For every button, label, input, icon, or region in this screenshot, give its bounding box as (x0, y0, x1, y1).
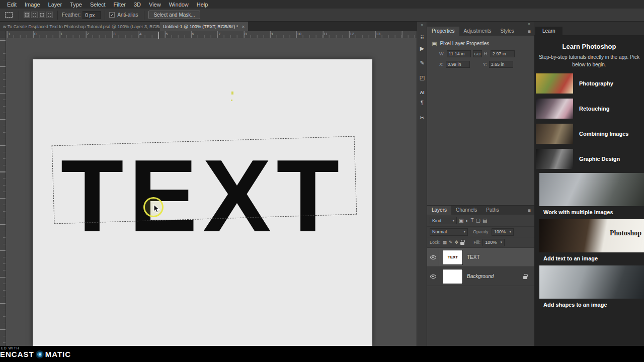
layer-name[interactable]: TEXT (467, 254, 480, 260)
filter-pixel-icon[interactable]: ▣ (459, 218, 463, 223)
category-label: Graphic Design (579, 156, 620, 162)
learn-category-combining[interactable]: Combining Images (534, 124, 644, 144)
anti-alias-checkbox[interactable]: ✓ (109, 12, 115, 18)
eyedropper-tool-icon[interactable]: ✎ (417, 58, 427, 68)
layer-thumbnail[interactable]: TEXT (443, 250, 463, 265)
layer-name[interactable]: Background (467, 274, 494, 279)
tab-styles[interactable]: Styles (496, 27, 519, 36)
right-dock: » Properties Adjustments Styles ≡ ▣ Pixe… (427, 22, 534, 346)
tab-layers[interactable]: Layers (427, 206, 451, 215)
artboard-tool-icon[interactable]: ⠿ (417, 33, 427, 43)
chevron-down-icon: ▾ (452, 219, 454, 223)
learn-category-retouching[interactable]: Retouching (534, 99, 644, 119)
play-tool-icon[interactable]: ▶ (417, 43, 427, 53)
learn-category-photography[interactable]: Photography (534, 73, 644, 94)
visibility-cell[interactable] (427, 248, 439, 266)
collapse-dock-icon[interactable]: » (427, 22, 534, 27)
intersect-selection-icon[interactable] (46, 12, 53, 18)
tutorial-add-text[interactable]: Photoshop Add text to an image (534, 219, 644, 261)
category-label: Combining Images (579, 131, 628, 137)
feather-input[interactable]: 0 px (83, 11, 101, 19)
properties-tab-row: Properties Adjustments Styles ≡ (427, 27, 534, 36)
eye-icon (430, 275, 436, 279)
menu-filter[interactable]: Filter (110, 2, 130, 8)
layer-thumbnail[interactable] (443, 269, 463, 284)
selection-marquee (52, 136, 357, 224)
tab-learn[interactable]: Learn (535, 27, 562, 35)
crop-tool-icon[interactable]: ◰ (417, 72, 427, 82)
learn-category-graphic-design[interactable]: Graphic Design (534, 149, 644, 169)
blend-mode-dropdown[interactable]: Normal ▾ (430, 228, 468, 236)
menu-help[interactable]: Help (193, 2, 212, 8)
menu-layer[interactable]: Layer (44, 2, 66, 8)
ruler-label: 6 (192, 32, 194, 36)
menu-view[interactable]: View (145, 2, 165, 8)
photoshop-overlay-text: Photoshop (610, 229, 641, 237)
layer-row-background[interactable]: Background (427, 267, 534, 286)
graphic-design-thumbnail (536, 149, 573, 169)
filter-shape-icon[interactable]: ▢ (476, 218, 480, 223)
lock-position-icon[interactable]: ✥ (455, 240, 459, 245)
new-selection-icon[interactable] (24, 12, 30, 18)
filter-type-icon[interactable]: T (471, 218, 474, 223)
ruler-label: 10 (297, 32, 301, 36)
menu-select[interactable]: Select (86, 2, 110, 8)
tab-untitled-1[interactable]: Untitled-1 @ 100% (TEXT, RGB/8#) * × (160, 22, 248, 31)
horizontal-ruler[interactable]: 1 0 1 2 3 4 5 6 7 8 9 10 11 12 13 (0, 31, 417, 38)
ruler-origin-corner[interactable] (0, 31, 6, 38)
menu-type[interactable]: Type (66, 2, 86, 8)
divider (57, 11, 58, 20)
layer-row-text[interactable]: TEXT TEXT (427, 248, 534, 267)
add-selection-icon[interactable] (31, 12, 38, 18)
tab-tutorial-psd[interactable]: w To Create Displaced Text In Photoshop … (0, 22, 160, 31)
ruler-label: 1 (8, 32, 10, 36)
fill-dropdown[interactable]: 100% ▾ (482, 239, 505, 246)
tab-paths[interactable]: Paths (481, 206, 504, 215)
chevron-down-icon: ▾ (510, 230, 512, 234)
lock-all-icon[interactable] (460, 242, 464, 245)
panel-menu-icon[interactable]: ≡ (528, 29, 531, 34)
lock-icon (523, 276, 527, 279)
tab-channels[interactable]: Channels (451, 206, 481, 215)
menu-edit[interactable]: Edit (3, 2, 21, 8)
subtract-selection-icon[interactable] (39, 12, 45, 18)
slice-tool-icon[interactable]: ✂ (417, 113, 427, 123)
kind-filter-dropdown[interactable]: Kind ▾ (430, 217, 457, 224)
properties-title: Pixel Layer Properties (440, 41, 489, 46)
divider (105, 11, 105, 20)
tab-properties[interactable]: Properties (427, 27, 459, 36)
opacity-dropdown[interactable]: 100% ▾ (492, 228, 514, 236)
tab-adjustments[interactable]: Adjustments (459, 27, 496, 36)
menu-window[interactable]: Window (165, 2, 193, 8)
collapse-panel-icon[interactable]: « (417, 23, 427, 27)
learn-tab-strip: Learn (534, 22, 644, 35)
lock-transparency-icon[interactable]: ▦ (443, 240, 447, 245)
created-with-text: ED WITH (1, 346, 71, 350)
visibility-cell[interactable] (427, 267, 439, 286)
x-field[interactable]: 0.99 in (446, 61, 470, 68)
width-field[interactable]: 11.14 in (447, 50, 471, 57)
canvas[interactable]: TEXT (33, 59, 372, 346)
select-and-mask-button[interactable]: Select and Mask... (148, 11, 200, 19)
vertical-ruler[interactable] (0, 38, 6, 346)
filter-smart-icon[interactable]: ▤ (482, 218, 487, 223)
panel-menu-icon[interactable]: ≡ (528, 208, 531, 213)
menu-image[interactable]: Image (21, 2, 44, 8)
menu-3d[interactable]: 3D (130, 2, 145, 8)
highlight-dot (231, 92, 233, 95)
paragraph-tool-icon[interactable]: ¶ (417, 98, 427, 108)
height-field[interactable]: 2.97 in (491, 50, 515, 57)
screencast-logo-icon (36, 350, 44, 358)
opacity-value: 100% (494, 229, 506, 234)
ruler-label: 4 (139, 32, 141, 36)
tutorial-add-shapes[interactable]: Add shapes to an image (534, 265, 644, 308)
y-field[interactable]: 3.65 in (489, 61, 513, 68)
lock-pixels-icon[interactable]: ✎ (449, 240, 453, 245)
close-icon[interactable]: × (242, 24, 245, 30)
marquee-tool-icon[interactable] (5, 12, 13, 18)
x-label: X: (439, 62, 444, 67)
filter-adjustment-icon[interactable]: ◐ (465, 218, 468, 223)
tutorial-multiple-images[interactable]: Work with multiple images (534, 173, 644, 215)
type-tool-icon[interactable]: AI (417, 87, 427, 98)
link-dimensions-button[interactable]: GO (473, 50, 482, 57)
